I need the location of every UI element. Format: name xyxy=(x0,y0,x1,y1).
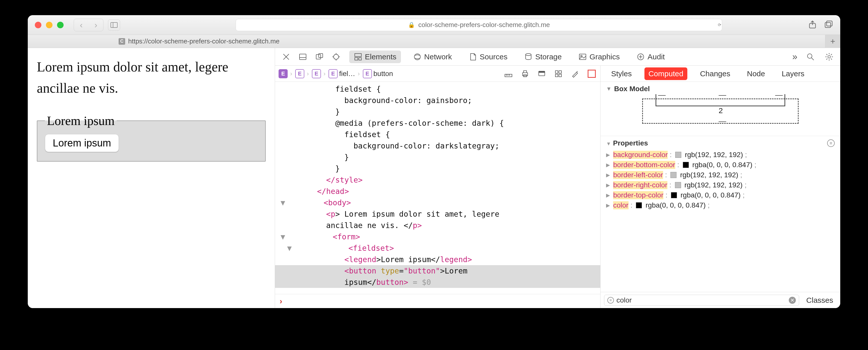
tab-elements[interactable]: Elements xyxy=(349,51,401,63)
share-button[interactable] xyxy=(808,20,817,30)
tab-sources[interactable]: Sources xyxy=(464,51,512,63)
browser-tab[interactable]: C https://color-scheme-prefers-color-sch… xyxy=(119,37,280,45)
rulers-icon[interactable] xyxy=(503,69,514,79)
show-tabs-button[interactable] xyxy=(824,20,833,30)
breadcrumb-item[interactable]: E› xyxy=(295,69,310,78)
color-swatch-icon[interactable] xyxy=(675,152,681,158)
more-panels-button[interactable]: » xyxy=(792,52,797,62)
property-name: border-right-color xyxy=(613,181,668,189)
breadcrumb-item[interactable]: E› xyxy=(279,69,293,78)
compositing-icon[interactable] xyxy=(553,69,563,79)
reload-button[interactable]: ⟳ xyxy=(714,20,725,30)
svg-rect-17 xyxy=(355,54,361,57)
console-prompt-strip[interactable]: › xyxy=(275,294,600,308)
svg-rect-8 xyxy=(300,54,306,60)
properties-section: ▼ Properties ≡ ▶background-color:rgb(192… xyxy=(600,136,840,292)
dom-breadcrumb: E› E› E› Efiel…› Ebutton xyxy=(275,66,600,82)
property-value: rgb(192, 192, 192) xyxy=(685,181,743,189)
styles-filter-input[interactable]: ≡ color ✕ xyxy=(604,295,799,306)
svg-rect-28 xyxy=(505,74,512,77)
svg-rect-19 xyxy=(359,58,361,60)
page-viewport: Lorem ipsum dolor sit amet, legere ancil… xyxy=(28,48,275,308)
tab-network[interactable]: Network xyxy=(408,51,457,63)
svg-rect-0 xyxy=(111,23,117,28)
url-bar[interactable]: 🔒 color-scheme-prefers-color-scheme.glit… xyxy=(236,19,722,31)
svg-point-27 xyxy=(828,56,830,58)
svg-rect-4 xyxy=(825,23,831,28)
svg-point-25 xyxy=(807,54,812,58)
devtools-settings-button[interactable] xyxy=(824,51,835,62)
svg-point-21 xyxy=(526,54,531,56)
property-value: rgba(0, 0, 0, 0.847) xyxy=(646,201,706,209)
property-value: rgba(0, 0, 0, 0.847) xyxy=(692,161,752,169)
devtools-search-button[interactable] xyxy=(805,51,816,62)
property-row[interactable]: ▶border-left-color:rgb(192, 192, 192); xyxy=(606,170,835,180)
svg-rect-18 xyxy=(355,58,358,60)
tab-layers[interactable]: Layers xyxy=(778,67,808,80)
color-swatch-icon[interactable] xyxy=(636,202,642,208)
property-value: rgba(0, 0, 0, 0.847) xyxy=(681,191,741,199)
color-swatch-icon[interactable] xyxy=(671,192,677,198)
paint-flashing-icon[interactable] xyxy=(570,69,580,79)
tab-styles[interactable]: Styles xyxy=(607,67,636,80)
window-minimize-button[interactable] xyxy=(46,22,53,28)
new-tab-button[interactable]: + xyxy=(825,35,840,48)
property-name: background-color xyxy=(613,151,668,159)
tab-changes[interactable]: Changes xyxy=(696,67,734,80)
layout-bounds-icon[interactable] xyxy=(587,69,597,79)
sidebar-toggle-button[interactable] xyxy=(108,20,120,31)
svg-rect-36 xyxy=(539,71,545,73)
inspect-element-button[interactable] xyxy=(331,51,342,62)
force-appearance-icon[interactable] xyxy=(537,69,547,79)
browser-titlebar: ‹ › 🔒 color-scheme-prefers-color-scheme.… xyxy=(28,15,840,35)
tab-computed[interactable]: Computed xyxy=(645,67,687,80)
svg-line-26 xyxy=(811,58,814,60)
breadcrumb-item[interactable]: Ebutton xyxy=(363,69,393,78)
nav-back-button[interactable]: ‹ xyxy=(74,19,89,31)
property-row[interactable]: ▶border-bottom-color:rgba(0, 0, 0, 0.847… xyxy=(606,160,835,170)
svg-rect-40 xyxy=(559,74,561,77)
property-row[interactable]: ▶background-color:rgb(192, 192, 192); xyxy=(606,150,835,160)
clear-filter-button[interactable]: ✕ xyxy=(789,297,796,304)
dom-tree[interactable]: fieldset { background-color: gainsboro; … xyxy=(275,82,600,294)
color-swatch-icon[interactable] xyxy=(675,182,681,188)
classes-toggle-button[interactable]: Classes xyxy=(803,296,837,304)
properties-heading: Properties xyxy=(613,139,648,147)
tab-audit[interactable]: Audit xyxy=(632,51,669,63)
box-model-section: ▼Box Model — — — 2 — xyxy=(600,82,840,136)
tab-storage[interactable]: Storage xyxy=(520,51,566,63)
lock-icon: 🔒 xyxy=(408,22,415,28)
page-legend: Lorem ipsum xyxy=(45,113,117,128)
page-fieldset: Lorem ipsum Lorem ipsum xyxy=(37,113,266,162)
window-zoom-button[interactable] xyxy=(57,22,64,28)
svg-rect-37 xyxy=(555,71,558,73)
window-close-button[interactable] xyxy=(35,22,41,28)
tab-graphics[interactable]: Graphics xyxy=(574,51,624,63)
property-value: rgb(192, 192, 192) xyxy=(685,151,743,159)
devtools-toolbar: Elements Network Sources Storage Graphic… xyxy=(275,48,840,66)
property-name: border-top-color xyxy=(613,191,663,199)
dock-side-button[interactable] xyxy=(314,51,325,62)
close-devtools-button[interactable] xyxy=(281,51,292,62)
properties-options-button[interactable]: ≡ xyxy=(827,139,835,147)
filter-input-value: color xyxy=(616,296,632,304)
svg-point-12 xyxy=(334,54,339,59)
print-styles-icon[interactable] xyxy=(520,69,530,79)
property-row[interactable]: ▶border-right-color:rgb(192, 192, 192); xyxy=(606,180,835,190)
svg-rect-5 xyxy=(827,21,832,26)
breadcrumb-item[interactable]: E› xyxy=(312,69,327,78)
property-row[interactable]: ▶color:rgba(0, 0, 0, 0.847); xyxy=(606,200,835,210)
property-row[interactable]: ▶border-top-color:rgba(0, 0, 0, 0.847); xyxy=(606,190,835,200)
console-chevron-icon: › xyxy=(280,296,282,306)
box-model-diagram[interactable]: — — — 2 — xyxy=(606,95,835,131)
page-button[interactable]: Lorem ipsum xyxy=(45,134,119,152)
dock-bottom-button[interactable] xyxy=(297,51,308,62)
property-name: border-bottom-color xyxy=(613,161,675,169)
browser-tabbar: C https://color-scheme-prefers-color-sch… xyxy=(28,35,840,48)
color-swatch-icon[interactable] xyxy=(683,162,689,168)
nav-forward-button[interactable]: › xyxy=(89,19,103,31)
tab-node[interactable]: Node xyxy=(743,67,769,80)
color-swatch-icon[interactable] xyxy=(671,172,677,178)
devtools-panel: Elements Network Sources Storage Graphic… xyxy=(275,48,840,308)
breadcrumb-item[interactable]: Efiel…› xyxy=(329,69,361,78)
